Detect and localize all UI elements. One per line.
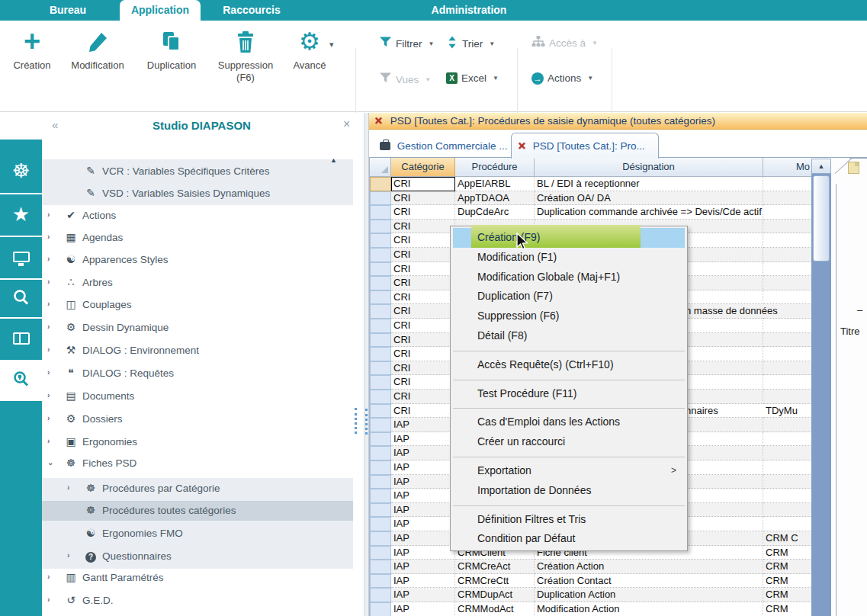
context-menu-item-acc-s-requ-te-s-ctrl-f10[interactable]: Accès Requête(s) (Ctrl+F10) [451, 355, 687, 375]
context-menu-item-duplication-f7[interactable]: Duplication (F7) [451, 287, 687, 306]
cell-categorie[interactable]: CRI [391, 361, 455, 376]
row-indicator-cell[interactable] [370, 290, 391, 305]
row-indicator-cell[interactable] [370, 262, 391, 277]
strip-item-layout-panes[interactable] [0, 317, 42, 358]
column-header-Désignation[interactable]: Désignation [535, 158, 763, 177]
sidebar-item-dialog-environnement[interactable]: ›⚒DIALOG : Environnement [42, 341, 353, 361]
sidebar-item-gantt-param-tr-s[interactable]: ›▥Gantt Paramétrés [42, 568, 353, 588]
menu-tab-raccourcis[interactable]: Raccourcis [221, 0, 282, 21]
cell-categorie[interactable]: CRI [391, 304, 455, 319]
row-indicator-cell[interactable] [370, 390, 391, 404]
cell-procedure[interactable]: AppEIARBL [455, 177, 535, 191]
sidebar-item-g-e-d[interactable]: ›↺G.E.D. [42, 591, 353, 611]
cell-modele[interactable] [763, 276, 811, 290]
cell-categorie[interactable]: IAP [391, 418, 455, 432]
cell-designation[interactable]: Création OA/ DA [535, 191, 763, 206]
row-indicator-cell[interactable] [370, 574, 391, 589]
cell-categorie[interactable]: IAP [391, 546, 455, 560]
column-header-Procédure[interactable]: Procédure [455, 158, 535, 177]
cell-modele[interactable]: CRM [763, 560, 811, 574]
table-row[interactable]: CRIDupCdeArcDuplication commande archivé… [370, 205, 811, 220]
ribbon-button-gear[interactable]: ⚙Avancé [275, 27, 345, 106]
chevron-right-icon[interactable]: › [47, 414, 50, 422]
cell-designation[interactable]: Création Contact [535, 574, 763, 589]
sidebar-item-ergonomies-fmo[interactable]: ☯Ergonomies FMO [42, 524, 353, 544]
row-indicator-cell[interactable] [370, 276, 391, 290]
strip-item-search-location[interactable] [0, 360, 42, 401]
context-menu-item-suppression-f6[interactable]: Suppression (F6) [451, 306, 687, 326]
cell-modele[interactable] [763, 177, 811, 191]
cell-modele[interactable] [763, 418, 811, 432]
sidebar-item-actions[interactable]: ›✔Actions [42, 206, 353, 226]
cell-procedure[interactable]: CRMDupAct [455, 588, 535, 602]
row-indicator-cell[interactable] [370, 460, 391, 475]
cell-modele[interactable] [763, 517, 811, 531]
sidebar-collapse-icon[interactable]: « [52, 118, 58, 131]
context-menu-item-importation-de-donn-es[interactable]: Importation de Données [451, 481, 687, 501]
strip-item-desktop-monitor[interactable] [0, 236, 42, 277]
row-indicator-cell[interactable] [370, 446, 391, 460]
cell-designation[interactable]: Duplication Action [535, 588, 763, 602]
context-menu-item-modification-globale-maj-f1[interactable]: Modification Globale (Maj+F1) [451, 268, 687, 287]
tree-scrollbar-thumb[interactable] [355, 408, 357, 434]
cell-categorie[interactable]: IAP [391, 602, 455, 616]
context-menu-item-d-tail-f8[interactable]: Détail (F8) [451, 326, 687, 346]
row-indicator-cell[interactable] [370, 517, 391, 531]
sidebar-item-dossiers[interactable]: ›⚙Dossiers [42, 409, 353, 429]
cell-designation[interactable]: Modification Action [535, 602, 763, 616]
cell-categorie[interactable]: CRI [391, 375, 455, 390]
cell-modele[interactable] [763, 361, 811, 376]
splitter-grip-icon[interactable] [365, 409, 368, 435]
cell-categorie[interactable]: CRI [391, 290, 455, 305]
table-row[interactable]: IAPCRMDupActDuplication ActionCRM [370, 588, 811, 602]
document-tab-1[interactable]: Gestion Commerciale ... [374, 135, 508, 158]
column-header-Mo[interactable]: Mo [763, 158, 811, 177]
cell-categorie[interactable]: IAP [391, 588, 455, 602]
cell-categorie[interactable]: CRI [391, 205, 455, 220]
cell-categorie[interactable]: IAP [391, 489, 455, 503]
cell-modele[interactable] [763, 375, 811, 390]
cell-modele[interactable] [763, 460, 811, 475]
row-indicator-cell[interactable] [370, 560, 391, 574]
cell-modele[interactable] [763, 248, 811, 262]
cell-designation[interactable]: Duplication commande archivée => Devis/C… [535, 205, 763, 220]
ribbon-button-trier[interactable]: Trier▼ [446, 36, 495, 51]
column-header-Catégorie[interactable]: Catégorie [391, 158, 455, 177]
chevron-right-icon[interactable]: › [47, 345, 50, 354]
sidebar-item-vcr-variables-sp-cifiques-crit-res[interactable]: ✎VCR : Variables Spécifiques Critères [42, 162, 353, 181]
sidebar-item-documents[interactable]: ›▤Documents [42, 387, 353, 406]
sidebar-item-couplages[interactable]: ›◫Couplages [42, 295, 353, 315]
vertical-scrollbar-thumb[interactable] [813, 175, 830, 261]
chevron-down-icon[interactable]: ▾ [329, 40, 334, 50]
chevron-right-icon[interactable]: › [67, 551, 69, 560]
chevron-right-icon[interactable]: › [47, 255, 50, 263]
context-menu-item-exportation[interactable]: Exportation> [451, 461, 687, 481]
cell-modele[interactable] [763, 333, 811, 348]
sidebar-item-vsd-variables-saisies-dynamiques[interactable]: ✎VSD : Variables Saisies Dynamiques [42, 184, 353, 204]
row-indicator-cell[interactable] [370, 361, 391, 376]
menu-tab-bureau[interactable]: Bureau [46, 0, 90, 21]
cell-designation[interactable]: Création Action [535, 560, 763, 574]
sidebar-item-dessin-dynamique[interactable]: ›⚙Dessin Dynamique [42, 318, 353, 338]
document-tab-2[interactable]: ✕ PSD [Toutes Cat.]: Pro... [511, 133, 659, 159]
cell-categorie[interactable]: IAP [391, 560, 455, 574]
row-indicator-cell[interactable] [370, 333, 391, 348]
row-indicator-cell[interactable] [370, 531, 391, 546]
sidebar-item-fiches-psd[interactable]: ⌄☸Fiches PSD [42, 454, 353, 473]
row-indicator-cell[interactable] [370, 205, 391, 220]
cell-procedure[interactable]: AppTDAOA [455, 191, 535, 206]
cell-modele[interactable] [763, 347, 811, 361]
cell-categorie[interactable]: CRI [391, 233, 455, 248]
cell-modele[interactable] [763, 191, 811, 206]
row-indicator-cell[interactable] [370, 347, 391, 361]
sidebar-item-questionnaires[interactable]: ›?Questionnaires [42, 547, 353, 566]
ribbon-button-actions[interactable]: →Actions▼ [531, 72, 593, 87]
sidebar-item-arbres[interactable]: ›∴Arbres [42, 273, 353, 293]
cell-procedure[interactable]: CRMCreAct [455, 560, 535, 574]
chevron-down-icon[interactable]: ▼ [587, 75, 593, 82]
ribbon-button-copy[interactable]: Duplication [136, 27, 207, 106]
row-indicator-cell[interactable] [370, 489, 391, 503]
row-indicator-cell[interactable] [370, 432, 391, 447]
cell-categorie[interactable]: IAP [391, 432, 455, 447]
strip-item-favorites-star[interactable]: ★ [0, 193, 42, 234]
